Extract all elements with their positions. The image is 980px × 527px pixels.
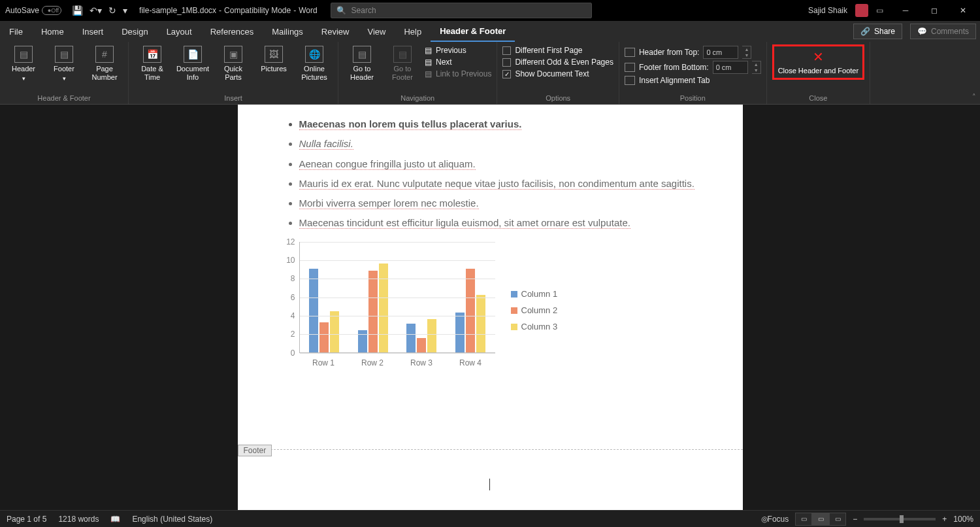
previous-button[interactable]: ▤Previous <box>425 46 491 55</box>
web-layout-button[interactable]: ▭ <box>829 513 846 526</box>
page[interactable]: Maecenas non lorem quis tellus placerat … <box>238 105 743 510</box>
legend-item: Column 1 <box>511 289 558 299</box>
group-label: Options <box>502 92 613 104</box>
document-icon: 📄 <box>184 46 202 63</box>
y-tick: 10 <box>286 256 295 265</box>
tab-home[interactable]: Home <box>32 21 73 42</box>
zoom-level[interactable]: 100% <box>953 515 973 524</box>
y-tick: 2 <box>291 330 295 339</box>
page-number-button[interactable]: #Page Number <box>86 44 123 82</box>
collapse-ribbon-icon[interactable]: ˄ <box>972 93 976 101</box>
spinner-buttons[interactable]: ▲▼ <box>752 61 761 74</box>
header-button[interactable]: ▤Header▾ <box>5 44 42 82</box>
bar <box>309 269 318 352</box>
window-layout-icon[interactable]: ▭ <box>876 6 883 15</box>
group-label: Insert <box>134 92 333 104</box>
print-layout-button[interactable]: ▭ <box>812 513 829 526</box>
close-header-footer-button[interactable]: ✕ Close Header and Footer <box>772 44 865 80</box>
tab-layout[interactable]: Layout <box>157 21 201 42</box>
pictures-button[interactable]: 🖼Pictures <box>255 44 292 73</box>
footer-bottom-input[interactable]: 0 cm <box>713 61 748 74</box>
text-cursor <box>489 479 490 490</box>
tab-header-footer[interactable]: Header & Footer <box>431 21 515 42</box>
insert-align-tab-button[interactable]: Insert Alignment Tab <box>625 76 761 85</box>
zoom-in-button[interactable]: + <box>942 515 947 524</box>
tab-references[interactable]: References <box>201 21 263 42</box>
bar <box>379 264 388 352</box>
redo-icon[interactable]: ↻ <box>108 5 116 16</box>
tab-file[interactable]: File <box>0 21 32 42</box>
footer-button[interactable]: ▤Footer▾ <box>46 44 82 82</box>
tab-help[interactable]: Help <box>395 21 431 42</box>
tab-mailings[interactable]: Mailings <box>263 21 312 42</box>
header-icon: ▤ <box>14 46 33 63</box>
align-tab-icon <box>625 76 635 85</box>
show-doc-text-checkbox[interactable]: ✓Show Document Text <box>502 69 613 78</box>
word-count[interactable]: 1218 words <box>58 515 99 524</box>
bar <box>358 330 367 352</box>
tab-review[interactable]: Review <box>312 21 359 42</box>
language[interactable]: English (United States) <box>132 515 212 524</box>
spinner-buttons[interactable]: ▲▼ <box>742 46 751 59</box>
page-number-icon: # <box>95 46 114 63</box>
diff-odd-even-checkbox[interactable]: Different Odd & Even Pages <box>502 58 613 67</box>
separator: - <box>293 6 296 15</box>
save-icon[interactable]: 💾 <box>72 5 83 16</box>
group-insert: 📅Date & Time 📄Document Info ▣Quick Parts… <box>129 42 338 104</box>
share-button[interactable]: 🔗Share <box>853 24 902 39</box>
next-button[interactable]: ▤Next <box>425 58 491 67</box>
tab-design[interactable]: Design <box>112 21 157 42</box>
maximize-button[interactable]: ◻ <box>920 0 949 21</box>
minimize-button[interactable]: ─ <box>891 0 920 21</box>
footer-marker[interactable]: Footer <box>238 445 272 456</box>
undo-icon[interactable]: ↶▾ <box>90 5 102 16</box>
page-indicator[interactable]: Page 1 of 5 <box>7 515 46 524</box>
tab-view[interactable]: View <box>358 21 395 42</box>
tab-insert[interactable]: Insert <box>73 21 113 42</box>
group-position: Header from Top: 0 cm ▲▼ Footer from Bot… <box>619 42 767 104</box>
checkbox-icon <box>502 46 511 55</box>
chart: 024681012 Column 1Column 2Column 3 Row 1… <box>277 242 704 379</box>
focus-mode-button[interactable]: ◎Focus <box>761 515 789 524</box>
group-close: ✕ Close Header and Footer Close <box>767 42 871 104</box>
read-mode-button[interactable]: ▭ <box>795 513 812 526</box>
comment-icon: 💬 <box>917 27 927 36</box>
toggle-off-icon: ● Off <box>42 6 61 15</box>
zoom-out-button[interactable]: − <box>853 515 857 524</box>
bar <box>466 269 475 352</box>
header-from-top-row: Header from Top: 0 cm ▲▼ <box>625 46 761 59</box>
search-icon: 🔍 <box>336 6 346 15</box>
separator: - <box>219 6 221 15</box>
zoom-slider[interactable] <box>864 518 936 520</box>
compat-mode: Compatibility Mode <box>224 6 291 15</box>
y-tick: 8 <box>291 274 295 283</box>
diff-first-checkbox[interactable]: Different First Page <box>502 46 613 55</box>
link-previous-button: ▤Link to Previous <box>425 69 491 78</box>
parts-icon: ▣ <box>224 46 242 63</box>
list-item: Nulla facilisi. <box>299 137 704 150</box>
group-navigation: ▤Go to Header ▤Go to Footer ▤Previous ▤N… <box>338 42 497 104</box>
user-avatar-icon[interactable] <box>855 4 868 17</box>
checkbox-checked-icon: ✓ <box>502 70 511 78</box>
proofing-icon[interactable]: 📖 <box>110 515 120 524</box>
goto-header-button[interactable]: ▤Go to Header <box>344 44 380 82</box>
group-options: Different First Page Different Odd & Eve… <box>497 42 619 104</box>
close-button[interactable]: ✕ <box>949 0 977 21</box>
statusbar: Page 1 of 5 1218 words 📖 English (United… <box>0 510 980 527</box>
globe-icon: 🌐 <box>305 46 323 63</box>
doc-info-button[interactable]: 📄Document Info <box>174 44 211 82</box>
ribbon-tabs: File Home Insert Design Layout Reference… <box>0 21 980 42</box>
bar <box>427 319 436 352</box>
document-area[interactable]: Maecenas non lorem quis tellus placerat … <box>0 105 980 510</box>
comments-button[interactable]: 💬Comments <box>910 24 976 39</box>
header-top-input[interactable]: 0 cm <box>703 46 738 59</box>
search-input[interactable]: 🔍 Search <box>331 3 592 18</box>
autosave-toggle[interactable]: AutoSave ● Off <box>0 6 67 15</box>
online-pictures-button[interactable]: 🌐Online Pictures <box>296 44 333 82</box>
quick-parts-button[interactable]: ▣Quick Parts <box>215 44 252 82</box>
qat-dropdown-icon[interactable]: ▾ <box>123 5 127 16</box>
user-name[interactable]: Sajid Shaik <box>808 6 847 15</box>
window-controls: ─ ◻ ✕ <box>891 0 977 21</box>
view-buttons: ▭ ▭ ▭ <box>795 513 846 526</box>
date-time-button[interactable]: 📅Date & Time <box>134 44 171 82</box>
